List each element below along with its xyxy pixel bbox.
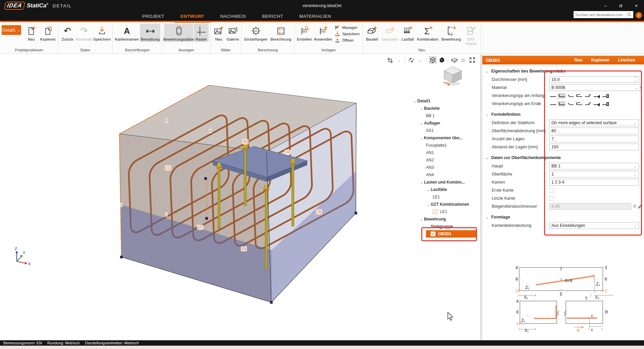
chevron-down-icon[interactable]: ⌄ (419, 136, 424, 140)
chevron-down-icon[interactable]: ⌄ (419, 181, 424, 184)
haupt-select[interactable]: BB 1⌄ (549, 163, 639, 169)
vorlage-speichern-button[interactable]: Speichern (333, 31, 361, 37)
chevron-down-icon[interactable]: ⌄ (419, 121, 424, 125)
wireframe-view-button[interactable] (429, 56, 437, 64)
tree-item-stabgruppe[interactable]: ⌄Stabgruppe (410, 223, 477, 230)
kombination-button[interactable]: Σ Kombination (416, 23, 440, 42)
anchor-straight-icon[interactable] (549, 93, 557, 99)
lagen-input[interactable]: 7 (549, 136, 639, 142)
solid-view-button[interactable] (438, 56, 446, 64)
anchor-plate-icon[interactable] (601, 101, 609, 107)
chevron-down-icon[interactable]: ⌄ (426, 188, 431, 192)
vorlage-erstellen-button[interactable]: Erstellen (296, 23, 313, 42)
home-view-button[interactable]: ⌂ (459, 56, 467, 64)
lastfall-button[interactable]: Lastfall (400, 23, 415, 42)
abdeckung-input[interactable]: 60 (549, 128, 639, 134)
tree-item-le1-kombination[interactable]: ✓LE1 (410, 208, 477, 215)
clipping-dropdown[interactable]: ⌄ (395, 56, 403, 64)
anchor-hook90-icon[interactable] (558, 101, 566, 107)
erste-kante-checkbox[interactable] (549, 188, 554, 193)
panel-kopieren-button[interactable]: Kopieren (591, 58, 609, 62)
tree-item-an1[interactable]: AN1 (410, 149, 477, 156)
section-oberflaechenkomponente[interactable]: ⌄Daten zur Oberflächenkomponente (486, 154, 644, 161)
info-button[interactable]: i (636, 12, 642, 18)
anchor-straight-icon[interactable] (549, 101, 557, 107)
tab-entwurf[interactable]: ENTWURF (172, 11, 212, 21)
anchor-plate-icon[interactable] (601, 93, 609, 99)
section-view-button[interactable] (450, 56, 458, 64)
close-button[interactable]: × (629, 0, 644, 11)
search-box[interactable] (574, 11, 633, 18)
bild-neu-button[interactable]: Neu (212, 23, 225, 42)
bauteil-button[interactable]: Bauteil (365, 23, 379, 42)
chevron-down-icon[interactable]: ⌄ (426, 225, 431, 229)
tree-item-detail1[interactable]: ⌄Detail1 (410, 97, 477, 105)
tree-item-lasten[interactable]: ⌄Lasten und Kombin... (410, 179, 477, 186)
tree-item-an2[interactable]: AN2 (410, 156, 477, 164)
einstellungen-button[interactable]: </> Einstellungen (243, 23, 269, 42)
tab-bericht[interactable]: BERICHT (254, 11, 291, 21)
stabform-select[interactable]: On more edges of selected surface⌄ (549, 119, 639, 126)
anchor-hook90-icon[interactable] (558, 93, 566, 99)
tree-item-ss1[interactable]: SS1 (410, 127, 477, 134)
tree-item-bewehrung[interactable]: ⌄Bewehrung (410, 215, 477, 223)
rotate-view-button[interactable] (407, 56, 415, 64)
speichern-button[interactable]: Speichern (93, 23, 111, 42)
vorlagen-manager-button[interactable]: Manager (333, 24, 361, 31)
tab-projekt[interactable]: PROJEKT (134, 11, 172, 21)
tree-item-gb3d1-selected[interactable]: ✓GB3D1 (426, 230, 476, 238)
galerie-button[interactable]: Galerie (226, 23, 240, 42)
bewehrungsstaebe-toggle[interactable]: Bewehrungsstäbe (164, 23, 193, 42)
zurueck-button[interactable]: ↶ Zurück (60, 23, 75, 42)
anchor-loop180-icon[interactable] (575, 101, 583, 107)
clipping-box-button[interactable] (386, 56, 394, 64)
tree-item-auflager[interactable]: ⌄Auflager (410, 119, 477, 127)
anchor-hook45-icon[interactable] (567, 93, 574, 99)
anchor-perp-icon[interactable] (584, 101, 592, 107)
kantenbeton-select[interactable]: Aus Einstellungen⌄ (549, 222, 639, 229)
minimize-button[interactable]: – (598, 0, 613, 11)
checkbox-checked[interactable]: ✓ (431, 232, 435, 236)
anchor-hook45-icon[interactable] (567, 101, 574, 107)
checkbox-checked[interactable]: ✓ (433, 209, 437, 214)
section-eigenschaften[interactable]: ⌄Eigenschaften des Bewehrungsstabs (486, 67, 644, 75)
letzte-kante-checkbox[interactable] (549, 196, 554, 201)
durchmesser-input[interactable]: 10,0 (549, 76, 639, 83)
panel-loeschen-button[interactable]: Löschen (618, 58, 635, 62)
tree-item-fussplatte1[interactable]: Fussplatte1 (410, 142, 477, 149)
kopieren-button[interactable]: Kopieren (39, 23, 56, 42)
tab-materialien[interactable]: MATERIALIEN (291, 11, 339, 21)
edit-pencil-icon[interactable] (637, 204, 643, 209)
vorlage-anwenden-button[interactable]: Anwenden (313, 23, 333, 42)
tab-nachweis[interactable]: NACHWEIS (212, 11, 254, 21)
kanten-input[interactable]: 1 2 3 4 (549, 179, 639, 186)
abstand-input[interactable]: 150 (549, 144, 639, 150)
zoom-extents-button[interactable] (468, 56, 476, 64)
section-formlage[interactable]: ⌄Formlage (486, 213, 644, 221)
tree-item-an3[interactable]: AN3 (410, 164, 477, 171)
material-select[interactable]: B 500B⌄ (549, 84, 640, 91)
tree-item-an4[interactable]: AN4 (410, 171, 477, 179)
restore-button[interactable] (613, 0, 629, 11)
anchor-loop180-icon[interactable] (575, 93, 583, 99)
3d-viewport[interactable]: ⌄ ⌄ ⌂ (0, 54, 480, 340)
bewehrung-button[interactable]: Bewehrung (440, 23, 462, 42)
neu-projekt-button[interactable]: Neu (24, 23, 39, 42)
berechnung-button[interactable]: +−×÷ Berechnung (269, 23, 292, 42)
kantennamen-button[interactable]: A Kantennamen (114, 23, 139, 42)
anchor-cone-icon[interactable] (593, 101, 600, 107)
chevron-down-icon[interactable]: ⌄ (419, 107, 424, 110)
vorlage-oeffnen-button[interactable]: Öffnen (333, 37, 361, 43)
chevron-down-icon[interactable]: ⌄ (426, 203, 431, 206)
search-input[interactable] (575, 13, 627, 17)
anchor-cone-icon[interactable] (593, 93, 600, 99)
chevron-down-icon[interactable]: ⌄ (419, 217, 424, 221)
panel-neu-button[interactable]: Neu (575, 58, 583, 62)
tree-item-le1[interactable]: LE1 (410, 193, 477, 201)
project-item-selector[interactable]: Detail1⌄ (2, 25, 21, 35)
tree-item-gzt-kombinationen[interactable]: ⌄GZT Kombinationen (410, 201, 477, 208)
chevron-down-icon[interactable]: ⌄ (413, 99, 417, 103)
oberflaeche-select[interactable]: 1⌄ (549, 171, 639, 178)
bemassung-button[interactable]: Bemaßung (140, 23, 160, 42)
tree-item-bb1[interactable]: BB 1 (410, 112, 477, 119)
